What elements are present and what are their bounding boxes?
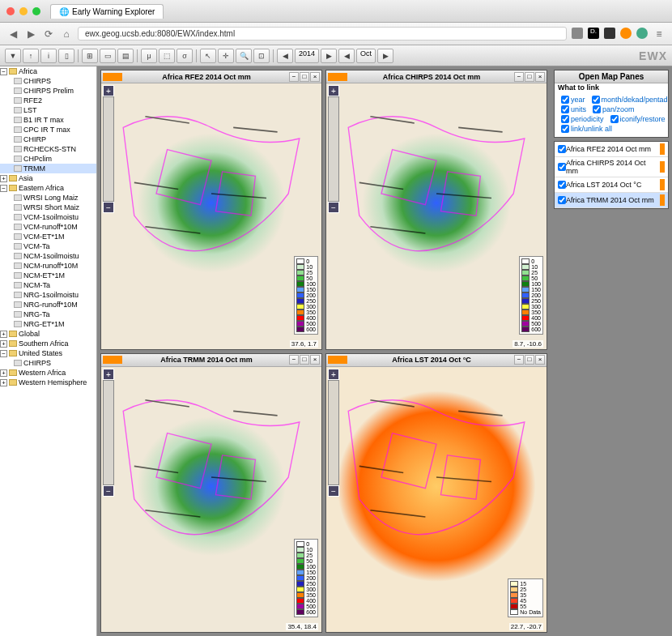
zoom-slider[interactable] — [103, 380, 114, 485]
menu-button[interactable]: ≡ — [653, 28, 666, 41]
tree-node-wrsi-short-maiz[interactable]: WRSI Short Maiz — [0, 203, 96, 212]
tree-node-vcm-et-1m[interactable]: VCM-ET*1M — [0, 232, 96, 241]
ext-icon[interactable] — [620, 28, 632, 39]
tool-zoom[interactable]: 🔍 — [236, 49, 252, 63]
tree-toggle[interactable]: − — [0, 185, 7, 192]
tool-sigma[interactable]: σ — [177, 49, 193, 63]
tree-node-united-states[interactable]: −United States — [0, 348, 96, 358]
tree-node-vcm-ta[interactable]: VCM-Ta — [0, 241, 96, 251]
link-opt-periodicity[interactable]: periodicity — [561, 115, 604, 123]
tool-sidebar[interactable]: ▯ — [58, 49, 74, 63]
map-minimize[interactable]: − — [514, 355, 524, 365]
pane-checkbox[interactable] — [558, 181, 566, 189]
tree-node-global[interactable]: +Global — [0, 329, 96, 339]
zoom-in[interactable]: + — [328, 85, 339, 96]
link-opt-pan-zoom[interactable]: pan/zoom — [593, 105, 635, 113]
pane-list-item[interactable]: Africa LST 2014 Oct °C — [555, 177, 668, 193]
map-minimize[interactable]: − — [289, 72, 299, 82]
tool-cascade[interactable]: ▤ — [117, 49, 134, 63]
tree-node-cpc-ir-t-max[interactable]: CPC IR T max — [0, 125, 96, 134]
pane-checkbox[interactable] — [558, 196, 566, 204]
ext-icon[interactable] — [604, 28, 615, 39]
tree-node-eastern-africa[interactable]: −Eastern Africa — [0, 183, 96, 193]
period-next[interactable]: ▶ — [377, 49, 393, 63]
tree-node-trmm[interactable]: TRMM — [0, 164, 96, 173]
pane-list-item[interactable]: Africa RFE2 2014 Oct mm — [555, 142, 668, 157]
link-checkbox[interactable] — [561, 125, 569, 133]
link-checkbox[interactable] — [610, 115, 619, 123]
year-select[interactable]: 2014 — [295, 49, 319, 63]
ext-icon[interactable] — [572, 28, 583, 39]
tree-node-southern-africa[interactable]: +Southern Africa — [0, 339, 96, 348]
tool-up[interactable]: ↑ — [23, 49, 39, 63]
year-prev[interactable]: ◀ — [277, 49, 293, 63]
map-minimize[interactable]: − — [514, 72, 524, 82]
link-opt-iconify-restore[interactable]: iconify/restore — [610, 115, 666, 123]
tool-extent[interactable]: ⊡ — [253, 49, 270, 63]
back-button[interactable]: ◀ — [6, 28, 19, 41]
tree-node-chirps-prelim[interactable]: CHIRPS Prelim — [0, 86, 96, 96]
link-checkbox[interactable] — [561, 105, 569, 113]
period-select[interactable]: Oct — [356, 49, 376, 63]
close-window[interactable] — [6, 7, 15, 15]
zoom-slider[interactable] — [328, 380, 339, 485]
map-canvas[interactable]: + − 0102550100150200250300350400500600 8… — [326, 83, 547, 349]
zoom-slider[interactable] — [103, 96, 114, 202]
map-close[interactable]: × — [535, 72, 545, 82]
browser-tab[interactable]: 🌐 Early Warning Explorer — [50, 4, 164, 19]
tree-node-western-hemisphere[interactable]: +Western Hemisphere — [0, 378, 96, 387]
tree-toggle[interactable]: − — [0, 350, 7, 357]
zoom-in[interactable]: + — [103, 369, 114, 380]
map-minimize[interactable]: − — [289, 355, 299, 365]
tool-window[interactable]: ▭ — [100, 49, 116, 63]
tool-info[interactable]: i — [40, 49, 57, 63]
tree-node-wrsi-long-maiz[interactable]: WRSI Long Maiz — [0, 193, 96, 203]
tree-node-ncm-et-1m[interactable]: NCM-ET*1M — [0, 271, 96, 280]
pane-list-item[interactable]: Africa TRMM 2014 Oct mm — [555, 193, 668, 208]
tree-node-nrg-ta[interactable]: NRG-Ta — [0, 309, 96, 319]
link-opt-units[interactable]: units — [561, 105, 586, 113]
map-maximize[interactable]: □ — [525, 72, 534, 82]
ext-icon[interactable] — [636, 28, 648, 39]
period-prev[interactable]: ◀ — [338, 49, 355, 63]
year-next[interactable]: ▶ — [321, 49, 337, 63]
reload-button[interactable]: ⟳ — [42, 28, 55, 41]
tool-chart[interactable]: ⬚ — [159, 49, 175, 63]
zoom-slider[interactable] — [328, 96, 339, 202]
tree-node-vcm-runoff-10m[interactable]: VCM-runoff*10M — [0, 222, 96, 232]
zoom-out[interactable]: − — [328, 202, 339, 213]
pane-checkbox[interactable] — [558, 163, 566, 171]
map-close[interactable]: × — [310, 72, 320, 82]
tree-node-lst[interactable]: LST — [0, 105, 96, 115]
tree-node-ncm-runoff-10m[interactable]: NCM-runoff*10M — [0, 261, 96, 271]
dataset-tree[interactable]: −AfricaCHIRPSCHIRPS PrelimRFE2LSTB1 IR T… — [0, 66, 97, 636]
link-opt-year[interactable]: year — [561, 96, 585, 104]
ext-icon[interactable]: D. — [588, 28, 599, 39]
tree-node-africa[interactable]: −Africa — [0, 66, 96, 76]
tool-pointer[interactable]: ↖ — [200, 49, 216, 63]
tree-node-chirps[interactable]: CHIRPS — [0, 358, 96, 368]
tree-node-western-africa[interactable]: +Western Africa — [0, 368, 96, 378]
tree-toggle[interactable]: − — [0, 68, 7, 75]
pane-checkbox[interactable] — [558, 145, 566, 153]
map-maximize[interactable]: □ — [525, 355, 534, 365]
tree-node-nrg-runoff-10m[interactable]: NRG-runoff*10M — [0, 300, 96, 309]
link-checkbox[interactable] — [561, 96, 569, 104]
minimize-window[interactable] — [19, 7, 28, 15]
tree-node-ncm-ta[interactable]: NCM-Ta — [0, 280, 96, 290]
tool-dropdown[interactable]: ▼ — [5, 49, 21, 63]
maximize-window[interactable] — [32, 7, 40, 15]
map-maximize[interactable]: □ — [300, 72, 309, 82]
map-maximize[interactable]: □ — [300, 355, 309, 365]
map-canvas[interactable]: + − 1525354555No Data 22.7, -20.7 — [326, 367, 547, 633]
tool-grid[interactable]: ⊞ — [82, 49, 98, 63]
tree-node-vcm-1soilmoistu[interactable]: VCM-1soilmoistu — [0, 212, 96, 222]
tree-node-chpclim[interactable]: CHPclim — [0, 154, 96, 164]
map-canvas[interactable]: + − 0102550100150200250300350400500600 3… — [101, 367, 321, 633]
link-checkbox[interactable] — [593, 105, 601, 113]
forward-button[interactable]: ▶ — [24, 28, 37, 41]
tool-mu[interactable]: μ — [141, 49, 157, 63]
tree-node-nrg-et-1m[interactable]: NRG-ET*1M — [0, 319, 96, 329]
home-button[interactable]: ⌂ — [60, 28, 73, 41]
zoom-in[interactable]: + — [328, 369, 339, 380]
